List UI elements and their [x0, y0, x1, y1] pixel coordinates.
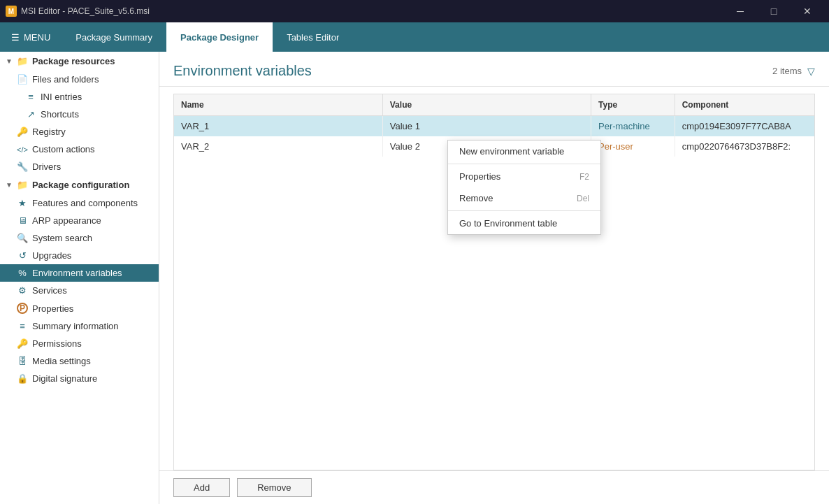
- filter-icon[interactable]: ▽: [807, 66, 815, 77]
- context-menu-divider: [448, 164, 600, 164]
- titlebar-left: M MSI Editor - PACE_Suite_v5.6.msi: [6, 6, 150, 17]
- sidebar-item-drivers[interactable]: 🔧 Drivers: [0, 158, 159, 175]
- sidebar-item-arp-appearance[interactable]: 🖥 ARP appearance: [0, 212, 159, 229]
- tab-package-designer[interactable]: Package Designer: [166, 22, 273, 52]
- folder-icon: 📁: [17, 56, 28, 66]
- titlebar: M MSI Editor - PACE_Suite_v5.6.msi ─ □ ✕: [0, 0, 829, 22]
- sidebar: ▼ 📁 Package resources 📄 Files and folder…: [0, 52, 159, 504]
- registry-icon: 🔑: [17, 127, 28, 137]
- tab-tables-editor[interactable]: Tables Editor: [273, 22, 353, 52]
- summary-icon: ≡: [17, 321, 28, 331]
- sidebar-item-features-and-components[interactable]: ★ Features and components: [0, 194, 159, 212]
- add-button[interactable]: Add: [173, 478, 230, 497]
- content-header: Environment variables 2 items ▽: [159, 52, 829, 87]
- sidebar-item-media-settings[interactable]: 🗄 Media settings: [0, 352, 159, 370]
- footer: Add Remove: [159, 470, 829, 504]
- col-header-value: Value: [382, 94, 591, 116]
- cell-value-1: Value 1: [382, 116, 591, 137]
- sidebar-item-environment-variables[interactable]: % Environment variables: [0, 264, 159, 282]
- table-row[interactable]: VAR_1 Value 1 Per-machine cmp0194E3097F7…: [174, 116, 814, 137]
- package-configuration-label: Package configuration: [32, 180, 129, 190]
- main-layout: ▼ 📁 Package resources 📄 Files and folder…: [0, 52, 829, 504]
- sidebar-item-registry[interactable]: 🔑 Registry: [0, 123, 159, 141]
- context-menu-item-new-env-var[interactable]: New environment variable: [448, 141, 600, 162]
- items-count-label: 2 items: [772, 66, 802, 76]
- sidebar-item-custom-actions[interactable]: </> Custom actions: [0, 141, 159, 158]
- shortcut-icon: ↗: [25, 109, 36, 120]
- cell-type-1: Per-machine: [591, 116, 675, 137]
- context-menu-item-remove[interactable]: Remove Del: [448, 187, 600, 209]
- app-icon: M: [6, 6, 17, 17]
- sidebar-item-digital-signature[interactable]: 🔒 Digital signature: [0, 370, 159, 387]
- cell-name-2: VAR_2: [174, 136, 382, 157]
- sidebar-item-services[interactable]: ⚙ Services: [0, 282, 159, 299]
- table-header-row: Name Value Type Component: [174, 94, 814, 116]
- cell-component-1: cmp0194E3097F77CAB8A: [675, 116, 814, 137]
- close-button[interactable]: ✕: [791, 0, 823, 22]
- items-count-area: 2 items ▽: [772, 66, 815, 77]
- permissions-icon: 🔑: [17, 338, 28, 349]
- chevron-down-icon2: ▼: [6, 181, 13, 189]
- cell-component-2: cmp0220764673D37B8F2:: [675, 136, 814, 157]
- sidebar-item-upgrades[interactable]: ↺ Upgrades: [0, 247, 159, 264]
- context-menu: New environment variable Properties F2 R…: [447, 140, 601, 235]
- arp-icon: 🖥: [17, 215, 28, 226]
- sidebar-item-system-search[interactable]: 🔍 System search: [0, 229, 159, 247]
- folder-icon2: 📁: [17, 180, 28, 190]
- sidebar-item-permissions[interactable]: 🔑 Permissions: [0, 335, 159, 352]
- col-header-component: Component: [675, 94, 814, 116]
- ini-icon: ≡: [25, 92, 36, 102]
- hamburger-icon: ☰: [11, 32, 20, 43]
- file-icon: 📄: [17, 74, 28, 85]
- sidebar-section-package-configuration[interactable]: ▼ 📁 Package configuration: [0, 175, 159, 194]
- env-icon: %: [17, 268, 28, 278]
- sidebar-item-summary-information[interactable]: ≡ Summary information: [0, 317, 159, 335]
- maximize-button[interactable]: □: [758, 0, 790, 22]
- search-icon: 🔍: [17, 233, 28, 243]
- menu-label: MENU: [24, 32, 50, 43]
- media-icon: 🗄: [17, 356, 28, 366]
- sidebar-section-package-resources[interactable]: ▼ 📁 Package resources: [0, 52, 159, 71]
- services-icon: ⚙: [17, 285, 28, 296]
- tab-package-summary[interactable]: Package Summary: [62, 22, 166, 52]
- sidebar-item-ini-entries[interactable]: ≡ INI entries: [0, 88, 159, 106]
- features-icon: ★: [17, 198, 28, 208]
- context-menu-item-go-to-env-table[interactable]: Go to Environment table: [448, 213, 600, 234]
- package-resources-label: Package resources: [32, 56, 115, 66]
- code-icon: </>: [17, 145, 28, 154]
- context-menu-item-properties[interactable]: Properties F2: [448, 166, 600, 187]
- col-header-type: Type: [591, 94, 675, 116]
- chevron-down-icon: ▼: [6, 57, 13, 65]
- upgrades-icon: ↺: [17, 250, 28, 261]
- page-title: Environment variables: [173, 63, 312, 79]
- context-menu-divider2: [448, 210, 600, 211]
- drivers-icon: 🔧: [17, 161, 28, 172]
- cell-name-1: VAR_1: [174, 116, 382, 137]
- window-controls: ─ □ ✕: [724, 0, 823, 22]
- digital-signature-icon: 🔒: [17, 373, 28, 384]
- minimize-button[interactable]: ─: [724, 0, 756, 22]
- sidebar-item-shortcuts[interactable]: ↗ Shortcuts: [0, 106, 159, 123]
- content-area: Environment variables 2 items ▽ Name Val…: [159, 52, 829, 504]
- sidebar-item-properties[interactable]: P Properties: [0, 299, 159, 317]
- remove-button[interactable]: Remove: [237, 478, 311, 497]
- col-header-name: Name: [174, 94, 382, 116]
- properties-icon: P: [17, 303, 28, 314]
- menu-button[interactable]: ☰ MENU: [0, 22, 62, 52]
- sidebar-item-files-and-folders[interactable]: 📄 Files and folders: [0, 71, 159, 88]
- menubar: ☰ MENU Package Summary Package Designer …: [0, 22, 829, 52]
- window-title: MSI Editor - PACE_Suite_v5.6.msi: [21, 6, 150, 16]
- cell-type-2: Per-user: [591, 136, 675, 157]
